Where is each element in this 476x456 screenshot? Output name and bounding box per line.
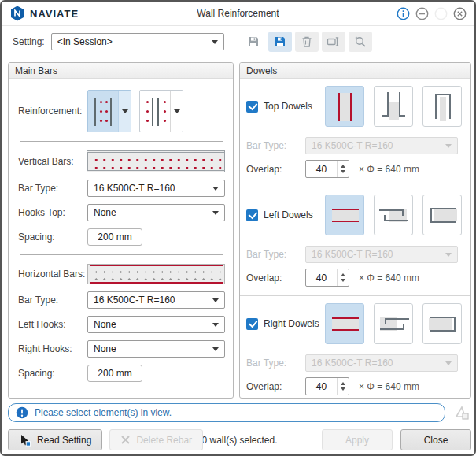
right-hooks-dropdown[interactable]: None: [87, 340, 225, 358]
vertical-spacing-field[interactable]: 200 mm: [87, 228, 142, 246]
reinforcement-outside-dropdown[interactable]: [170, 91, 183, 132]
horizontal-spacing-label: Spacing:: [18, 368, 87, 379]
horizontal-bar-type-value: 16 K500C-T R=160: [94, 295, 175, 306]
u-shape-icon: [435, 94, 451, 119]
hooks-top-dropdown[interactable]: None: [87, 204, 225, 221]
divider: [20, 141, 223, 142]
info-icon[interactable]: [397, 7, 410, 20]
top-overlap-spinner[interactable]: 40: [305, 160, 349, 178]
delete-rebar-label: Delete Rebar: [136, 435, 192, 446]
left-dowels-section: Left Dowels: [240, 187, 470, 296]
vertical-bar-type-dropdown[interactable]: 16 K500C-T R=160: [87, 180, 225, 197]
save-icon: [247, 35, 260, 48]
left-overlap-spinner[interactable]: 40: [305, 269, 349, 287]
c-shape-icon: [430, 317, 456, 332]
maximize-icon-disabled: [434, 7, 448, 20]
window-controls: [397, 7, 467, 20]
section-view-icon-disabled: [452, 403, 471, 422]
close-label: Close: [424, 435, 448, 446]
top-overlap-value: 40: [306, 161, 337, 177]
right-overlap-label: Overlap:: [246, 381, 305, 392]
top-dowels-checkbox[interactable]: Top Dowels: [246, 101, 325, 113]
main-bars-header: Main Bars: [9, 63, 233, 79]
rename-icon: [327, 35, 340, 48]
vertical-bars-preview: [87, 150, 225, 172]
top-dowels-u-shape-option[interactable]: [422, 86, 462, 127]
horizontal-bar-type-dropdown[interactable]: 16 K500C-T R=160: [87, 291, 225, 309]
right-dowels-checkbox[interactable]: Right Dowels: [246, 318, 325, 330]
x-icon: [120, 435, 131, 445]
content-area: Main Bars Reinforcement:: [8, 62, 471, 399]
chevron-down-icon: [212, 347, 219, 351]
reinforcement-label: Reinforcement:: [18, 106, 87, 117]
status-message-bar: Please select element(s) in view.: [8, 403, 445, 422]
left-dowels-straight-option[interactable]: [325, 195, 364, 235]
spin-up-icon[interactable]: [341, 165, 345, 168]
horizontal-bars-preview: [87, 264, 225, 284]
left-dowels-checkbox[interactable]: Left Dowels: [246, 209, 325, 221]
rebar-dots-pattern: [90, 154, 223, 169]
minimize-icon[interactable]: [415, 7, 429, 20]
delete-setting-button[interactable]: [295, 32, 319, 52]
right-overlap-value: 40: [306, 378, 337, 395]
chevron-down-icon: [212, 187, 219, 191]
save-as-button[interactable]: [268, 32, 292, 52]
horizontal-bar-type-label: Bar Type:: [18, 295, 87, 306]
vertical-bars-label: Vertical Bars:: [18, 156, 87, 167]
top-bar-type-value: 16 K500C-T R=160: [312, 140, 393, 151]
hooks-top-value: None: [94, 207, 116, 218]
reinforcement-option-inside[interactable]: [87, 90, 131, 132]
left-dowels-u-shape-option[interactable]: [422, 195, 462, 235]
right-dowels-u-shape-option[interactable]: [422, 303, 462, 344]
naviate-hexagon-icon: [9, 6, 25, 21]
chevron-down-icon: [445, 144, 452, 148]
setting-row: Setting: <In Session>: [2, 26, 474, 57]
apply-button: Apply: [322, 429, 393, 450]
checkbox-checked-icon: [246, 101, 258, 113]
top-bar-type-dropdown: 16 K500C-T R=160: [305, 137, 458, 154]
save-button[interactable]: [242, 32, 265, 52]
right-overlap-formula: × Φ = 640 mm: [359, 381, 419, 392]
spinner-arrows[interactable]: [337, 161, 349, 177]
right-dowels-bent-option[interactable]: [374, 303, 413, 344]
naviate-logo: NAVIATE: [9, 6, 79, 21]
top-bar-type-label: Bar Type:: [246, 140, 305, 151]
close-icon[interactable]: [453, 7, 467, 20]
reinforcement-inside-icon: [88, 91, 118, 132]
right-dowels-straight-option[interactable]: [325, 303, 364, 344]
setting-dropdown[interactable]: <In Session>: [51, 33, 224, 50]
top-overlap-formula: × Φ = 640 mm: [359, 164, 419, 175]
brand-name: NAVIATE: [30, 8, 79, 20]
reinforcement-option-outside[interactable]: [139, 90, 183, 132]
delete-rebar-button: Delete Rebar: [109, 429, 203, 450]
read-setting-button[interactable]: Read Setting: [8, 429, 102, 450]
top-dowels-straight-option[interactable]: [325, 86, 364, 127]
left-hooks-dropdown[interactable]: None: [87, 316, 225, 333]
reinforcement-inside-dropdown[interactable]: [118, 91, 131, 132]
left-hooks-label: Left Hooks:: [18, 319, 87, 330]
setting-toolbar: [242, 32, 372, 52]
spin-up-icon[interactable]: [341, 382, 345, 385]
spinner-arrows[interactable]: [337, 378, 349, 395]
top-overlap-label: Overlap:: [246, 164, 305, 175]
left-bar-type-label: Bar Type:: [246, 249, 305, 260]
left-dowels-label: Left Dowels: [264, 209, 313, 221]
reinforcement-outside-icon: [140, 91, 170, 132]
horizontal-spacing-field[interactable]: 200 mm: [87, 365, 142, 382]
right-dowels-section: Right Dowels: [240, 296, 470, 399]
left-dowels-bent-option[interactable]: [374, 195, 413, 235]
spin-up-icon[interactable]: [341, 273, 345, 276]
right-hooks-value: None: [94, 343, 116, 354]
right-overlap-spinner[interactable]: 40: [305, 377, 349, 395]
top-dowels-bent-option[interactable]: [374, 86, 413, 127]
rename-setting-button[interactable]: [322, 32, 345, 52]
spin-down-icon[interactable]: [341, 279, 345, 282]
preview-setting-button[interactable]: [349, 32, 372, 52]
bottom-area: Please select element(s) in view. 0 wall…: [8, 403, 471, 450]
left-hooks-value: None: [94, 319, 116, 330]
close-button[interactable]: Close: [400, 429, 471, 450]
spin-down-icon[interactable]: [341, 387, 345, 391]
spinner-arrows[interactable]: [337, 269, 349, 286]
spin-down-icon[interactable]: [341, 170, 345, 173]
chevron-down-icon: [212, 298, 219, 302]
